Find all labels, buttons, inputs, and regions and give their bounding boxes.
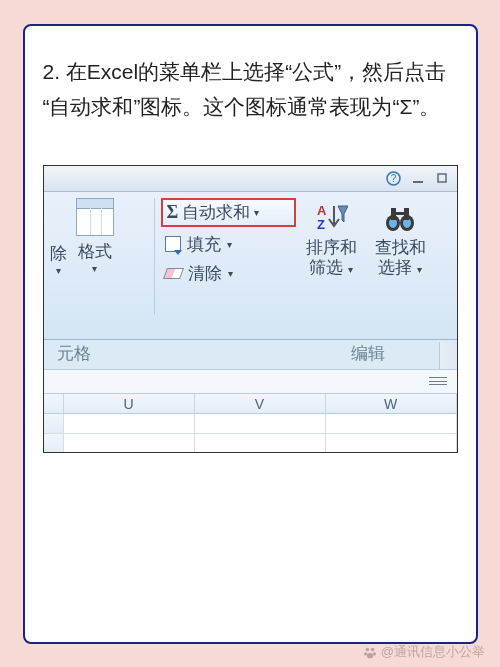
- svg-rect-3: [438, 174, 446, 182]
- find-select-button[interactable]: 查找和 选择 ▾: [375, 198, 426, 339]
- svg-text:A: A: [317, 203, 327, 218]
- format-button[interactable]: 格式 ▾: [76, 198, 114, 274]
- column-header[interactable]: V: [195, 394, 326, 413]
- column-header[interactable]: U: [64, 394, 195, 413]
- cells-group-label: 元格: [44, 342, 104, 365]
- ribbon-group-labels: 元格 编辑: [44, 342, 457, 365]
- binoculars-icon: [383, 203, 417, 233]
- sort-filter-button[interactable]: A Z 排序和 筛选 ▾: [306, 198, 357, 339]
- restore-icon[interactable]: [435, 171, 449, 185]
- minimize-icon[interactable]: [411, 171, 425, 185]
- spreadsheet-grid[interactable]: U V W: [44, 394, 457, 453]
- svg-point-13: [366, 647, 370, 651]
- clear-button[interactable]: 清除 ▾: [161, 262, 296, 285]
- svg-point-14: [371, 647, 375, 651]
- sort-filter-label-2: 筛选: [309, 258, 343, 277]
- dropdown-arrow-icon[interactable]: ▾: [348, 264, 353, 275]
- autosum-button[interactable]: Σ 自动求和 ▾: [161, 198, 296, 227]
- grid-row[interactable]: [44, 434, 457, 453]
- svg-point-17: [367, 653, 373, 658]
- sort-filter-icon: A Z: [314, 202, 348, 234]
- column-headers[interactable]: U V W: [44, 394, 457, 414]
- svg-point-16: [373, 652, 376, 655]
- corner-cell[interactable]: [44, 394, 64, 413]
- dropdown-arrow-icon[interactable]: ▾: [92, 263, 97, 274]
- svg-text:Z: Z: [317, 217, 325, 232]
- window-title-bar: ?: [44, 166, 457, 192]
- instruction-text: 2. 在Excel的菜单栏上选择“公式”，然后点击“自动求和”图标。这个图标通常…: [43, 54, 458, 125]
- expand-formula-bar-icon[interactable]: [429, 377, 447, 385]
- editing-group-left: Σ 自动求和 ▾ 填充 ▾ 清除 ▾: [155, 192, 300, 339]
- delete-button[interactable]: 除 ▾: [48, 198, 70, 276]
- svg-rect-11: [404, 208, 409, 220]
- clear-label: 清除: [188, 262, 222, 285]
- watermark: @通讯信息小公举: [363, 643, 485, 661]
- svg-rect-12: [396, 212, 404, 215]
- watermark-text: @通讯信息小公举: [381, 644, 485, 659]
- editing-group-label: 编辑: [299, 342, 457, 365]
- dropdown-arrow-icon[interactable]: ▾: [254, 207, 259, 218]
- editing-group-right: A Z 排序和 筛选 ▾: [300, 192, 457, 339]
- ribbon: 除 ▾ 格式 ▾ Σ 自动求和 ▾: [44, 192, 457, 340]
- formula-bar[interactable]: [44, 369, 457, 394]
- help-icon[interactable]: ?: [386, 171, 401, 186]
- fill-icon: [165, 236, 181, 252]
- fill-label: 填充: [187, 233, 221, 256]
- autosum-label: 自动求和: [182, 201, 250, 224]
- svg-point-15: [364, 652, 367, 655]
- svg-text:?: ?: [390, 173, 396, 184]
- cells-group: 除 ▾ 格式 ▾: [44, 192, 154, 339]
- excel-screenshot: ? 除 ▾ 格式 ▾: [43, 165, 458, 453]
- svg-rect-2: [413, 181, 423, 183]
- delete-label: 除: [50, 242, 67, 265]
- find-select-label-2: 选择: [378, 258, 412, 277]
- svg-rect-10: [391, 208, 396, 220]
- dropdown-arrow-icon[interactable]: ▾: [227, 239, 232, 250]
- dropdown-arrow-icon[interactable]: ▾: [228, 268, 233, 279]
- paw-icon: [363, 646, 377, 660]
- eraser-icon: [162, 268, 183, 279]
- tutorial-card: 2. 在Excel的菜单栏上选择“公式”，然后点击“自动求和”图标。这个图标通常…: [23, 24, 478, 644]
- find-select-label-1: 查找和: [375, 238, 426, 258]
- grid-row[interactable]: [44, 414, 457, 434]
- format-label: 格式: [78, 240, 112, 263]
- sigma-icon: Σ: [167, 202, 179, 223]
- format-icon: [76, 198, 114, 236]
- column-header[interactable]: W: [326, 394, 457, 413]
- dropdown-arrow-icon[interactable]: ▾: [56, 265, 61, 276]
- sort-filter-label-1: 排序和: [306, 238, 357, 258]
- dropdown-arrow-icon[interactable]: ▾: [417, 264, 422, 275]
- fill-button[interactable]: 填充 ▾: [161, 233, 296, 256]
